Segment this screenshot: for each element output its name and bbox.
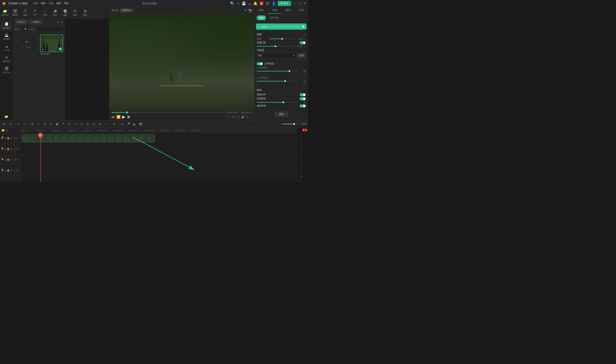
settings-icon[interactable]: ⚙ [246,115,248,118]
help-icon[interactable]: ? [275,62,277,65]
track-3-eye-icon[interactable]: 👁 [10,137,13,140]
tab-video[interactable]: 视频 [254,7,268,14]
search-input[interactable] [28,28,61,30]
track-2-link-icon[interactable]: ⊞ [4,148,6,150]
subtab-voice-fx[interactable]: 变声特效 [268,15,281,20]
frame-back-button[interactable]: ⏪ [116,115,121,119]
eq-selector[interactable]: 默认 ▾ [257,53,296,58]
sidebar-item-project[interactable]: 📋 项目素材 [1,20,12,31]
track-a1-eye-icon[interactable]: 👁 [10,169,13,172]
tl-split-icon[interactable]: ⊟ [6,129,8,132]
skip-back-button[interactable]: ⏮ [111,115,115,119]
close-button[interactable]: ✕ [303,1,306,5]
tl-redo-btn[interactable]: ↪ [22,121,27,127]
adjust-diamond[interactable]: ◇ [304,33,306,36]
titlebar-menu[interactable]: 文件 编辑 工具 视图 帮助 [33,2,69,5]
toolbar-transition[interactable]: ↔ 转场 [40,8,50,18]
tl-rotate-btn[interactable]: ↺ [73,121,78,127]
tl-connect-btn[interactable]: ⊟ [8,121,13,127]
sidebar-item-compound[interactable]: 🎬 复合片段 [1,65,12,76]
gift-icon[interactable]: 🎁 [259,1,264,6]
media-thumbnail[interactable]: 00:00:14 ✓ 📷 [40,35,63,52]
pitch-slider[interactable] [270,39,294,39]
mark-in-button[interactable]: { [226,115,227,118]
tl-transform-btn[interactable]: ⊕ [85,121,90,127]
tl-crop-btn[interactable]: ⊡ [67,121,72,127]
toolbar-audio[interactable]: 🎵 音频 [20,8,30,18]
wind-toggle[interactable] [300,93,306,96]
fullscreen-button[interactable]: ⊡ [237,115,240,118]
folder-open-icon[interactable]: 📂 [5,115,9,118]
maximize-button[interactable]: □ [299,2,301,5]
cloud-icon[interactable]: ☁ [248,1,251,6]
tl-audio2-btn[interactable]: 🔈 [132,121,137,127]
menu-view[interactable]: 视图 [56,2,61,5]
track-2-eye-icon[interactable]: 👁 [10,148,13,150]
track-3-mute-icon[interactable]: 🔇 [7,137,10,140]
eq-settings-button[interactable]: 设置 [297,53,306,58]
hiss-toggle[interactable] [300,104,306,107]
tab-speed[interactable]: 变速 [295,7,308,14]
tl-delete-btn[interactable]: 🗑 [30,121,35,127]
record-button[interactable]: ● 录制 ▾ [29,20,42,25]
volume-ctrl-icon[interactable]: 🔊 [241,115,244,118]
tl-folder-icon[interactable]: 📂 [1,129,5,132]
beauty-slider[interactable] [257,81,297,81]
more-options-icon[interactable]: ••• [60,21,63,24]
general-denoise-toggle[interactable] [300,97,306,100]
subtab-basic[interactable]: 基础 [257,15,266,20]
tab-color[interactable]: 颜色 [281,7,295,14]
toolbar-sticker[interactable]: 🏷 贴纸 [70,8,80,18]
toolbar-template[interactable]: ⊞ 模板 [80,8,90,18]
toolbar-filter[interactable]: 🔮 滤镜 [60,8,70,18]
tl-snap-btn[interactable]: ⊟ [119,121,125,127]
tl-undo-btn[interactable]: ↩ [16,121,21,127]
play-button[interactable]: ▶ [122,114,125,119]
snapshot-icon[interactable]: 📷 [248,9,252,12]
save-cloud-icon[interactable]: 💾 [242,1,246,6]
tl-settings-btn[interactable]: ⚙ [112,121,117,127]
track-1-eye-icon[interactable]: 👁 [10,158,13,161]
track-1-link-icon[interactable]: ⊞ [4,158,6,161]
stop-button[interactable]: ⏹ [127,115,130,119]
volume-plus-icon[interactable]: ＋ [298,122,301,126]
split-view-icon[interactable]: ⊞ [244,9,247,12]
toolbar-text[interactable]: T 文字 [30,8,40,18]
mark-out-button[interactable]: } [229,115,230,118]
bell-icon[interactable]: 🔔 [253,1,257,6]
user-icon[interactable]: 👤 [272,1,276,6]
search-icon[interactable]: 🔍 [230,1,234,6]
pitch-diamond[interactable]: ◇ [304,38,306,40]
tl-grid-btn[interactable]: ⊞ [48,121,53,127]
add-media-button[interactable]: ＋ 导入媒体 [15,35,38,52]
sidebar-item-cloud[interactable]: ☁ 云空间 [1,42,12,53]
track-1-mute-icon[interactable]: 🔇 [7,158,10,161]
media-file-item[interactable]: 00:00:14 ✓ 📷 demo.mp4 [40,35,63,55]
progress-bar[interactable] [111,112,225,113]
filter-icon-media[interactable]: ⊟ [57,21,59,24]
import-button[interactable]: ⬆ 导入 ▾ [15,20,28,25]
loop-button[interactable]: ↺⊞ [231,115,236,118]
toolbar-my-assets[interactable]: 📁 我的素材 [0,8,10,18]
menu-help[interactable]: 帮助 [64,2,69,5]
menu-file[interactable]: 文件 [33,2,38,5]
volume-minus-icon[interactable]: － [278,122,281,126]
tl-circle-btn[interactable]: ◎ [79,121,84,127]
menu-edit[interactable]: 编辑 [41,2,45,5]
fade-slider[interactable] [257,46,294,47]
tl-cam-btn[interactable]: 📷 [138,121,143,127]
track-2-mute-icon[interactable]: 🔇 [7,148,10,150]
quality-selector[interactable]: 完整画质 ▾ [120,8,134,13]
tl-close-btn[interactable]: ⊗ [91,121,97,127]
tl-cut-btn[interactable]: ✂ [36,121,41,127]
export-button[interactable]: ⬆ 导出 [278,1,291,6]
pip-icon[interactable]: ↗ [250,115,252,118]
sidebar-item-local[interactable]: 💻 本地素材 [1,31,12,42]
fade-toggle[interactable] [300,41,306,44]
tl-mic-btn[interactable]: 🎤 [126,121,131,127]
volume-slider[interactable] [282,124,297,124]
menu-tools[interactable]: 工具 [49,2,53,5]
shop-icon[interactable]: 🛒 [266,1,270,6]
toolbar-library[interactable]: 🎬 素材库 [10,8,20,18]
track-3-link-icon[interactable]: ⊞ [4,137,6,140]
